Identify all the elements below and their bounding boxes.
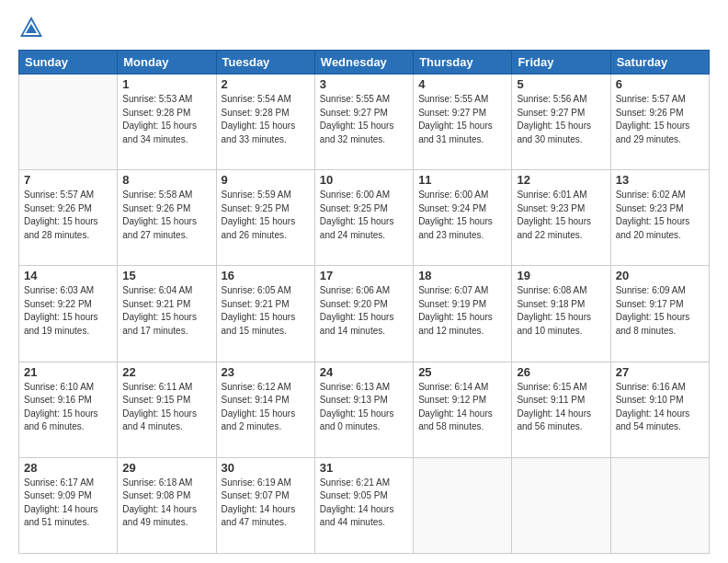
calendar-cell: 1Sunrise: 5:53 AM Sunset: 9:28 PM Daylig…	[118, 75, 216, 170]
day-number: 19	[517, 269, 605, 282]
day-info: Sunrise: 6:08 AM Sunset: 9:18 PM Dayligh…	[517, 284, 605, 338]
day-info: Sunrise: 6:06 AM Sunset: 9:20 PM Dayligh…	[320, 284, 408, 338]
day-info: Sunrise: 5:55 AM Sunset: 9:27 PM Dayligh…	[418, 93, 506, 146]
calendar-cell	[610, 457, 709, 553]
calendar-cell	[512, 457, 610, 553]
day-info: Sunrise: 5:57 AM Sunset: 9:26 PM Dayligh…	[24, 189, 112, 242]
calendar-cell: 21Sunrise: 6:10 AM Sunset: 9:16 PM Dayli…	[19, 362, 118, 457]
day-number: 6	[616, 77, 704, 91]
logo	[18, 15, 48, 40]
day-info: Sunrise: 6:15 AM Sunset: 9:11 PM Dayligh…	[517, 381, 605, 434]
calendar-cell: 13Sunrise: 6:02 AM Sunset: 9:23 PM Dayli…	[610, 170, 709, 266]
calendar-cell: 12Sunrise: 6:01 AM Sunset: 9:23 PM Dayli…	[512, 170, 610, 266]
day-number: 2	[222, 77, 310, 91]
calendar-cell: 7Sunrise: 5:57 AM Sunset: 9:26 PM Daylig…	[19, 170, 118, 266]
calendar-cell: 28Sunrise: 6:17 AM Sunset: 9:09 PM Dayli…	[19, 457, 118, 553]
col-header-tuesday: Tuesday	[216, 51, 314, 75]
day-number: 10	[320, 173, 408, 187]
calendar-cell: 24Sunrise: 6:13 AM Sunset: 9:13 PM Dayli…	[314, 362, 413, 457]
day-info: Sunrise: 6:13 AM Sunset: 9:13 PM Dayligh…	[320, 381, 408, 434]
day-number: 20	[616, 269, 704, 282]
day-number: 14	[24, 269, 112, 282]
calendar-cell: 17Sunrise: 6:06 AM Sunset: 9:20 PM Dayli…	[314, 266, 413, 362]
day-info: Sunrise: 6:17 AM Sunset: 9:09 PM Dayligh…	[24, 477, 112, 530]
calendar-cell: 30Sunrise: 6:19 AM Sunset: 9:07 PM Dayli…	[216, 457, 314, 553]
calendar-cell: 10Sunrise: 6:00 AM Sunset: 9:25 PM Dayli…	[314, 170, 413, 266]
day-info: Sunrise: 6:16 AM Sunset: 9:10 PM Dayligh…	[616, 381, 704, 434]
day-number: 11	[418, 173, 506, 187]
day-info: Sunrise: 6:14 AM Sunset: 9:12 PM Dayligh…	[418, 381, 506, 434]
week-row-2: 14Sunrise: 6:03 AM Sunset: 9:22 PM Dayli…	[19, 266, 710, 362]
calendar-cell: 4Sunrise: 5:55 AM Sunset: 9:27 PM Daylig…	[414, 75, 512, 170]
day-info: Sunrise: 6:09 AM Sunset: 9:17 PM Dayligh…	[616, 284, 704, 338]
day-info: Sunrise: 5:54 AM Sunset: 9:28 PM Dayligh…	[222, 93, 310, 146]
page: SundayMondayTuesdayWednesdayThursdayFrid…	[0, 0, 728, 563]
day-number: 26	[517, 365, 605, 379]
week-row-0: 1Sunrise: 5:53 AM Sunset: 9:28 PM Daylig…	[19, 75, 710, 170]
day-number: 7	[24, 173, 112, 187]
day-number: 12	[517, 173, 605, 187]
calendar-table: SundayMondayTuesdayWednesdayThursdayFrid…	[18, 50, 710, 554]
day-info: Sunrise: 6:03 AM Sunset: 9:22 PM Dayligh…	[24, 284, 112, 338]
week-row-3: 21Sunrise: 6:10 AM Sunset: 9:16 PM Dayli…	[19, 362, 710, 457]
week-row-1: 7Sunrise: 5:57 AM Sunset: 9:26 PM Daylig…	[19, 170, 710, 266]
calendar-cell: 18Sunrise: 6:07 AM Sunset: 9:19 PM Dayli…	[414, 266, 512, 362]
calendar-cell: 31Sunrise: 6:21 AM Sunset: 9:05 PM Dayli…	[314, 457, 413, 553]
day-number: 4	[418, 77, 506, 91]
day-number: 1	[122, 77, 210, 91]
day-number: 23	[222, 365, 310, 379]
day-number: 8	[122, 173, 210, 187]
calendar-cell	[19, 75, 118, 170]
col-header-monday: Monday	[118, 51, 216, 75]
day-number: 15	[122, 269, 210, 282]
logo-icon	[18, 15, 44, 40]
day-info: Sunrise: 5:55 AM Sunset: 9:27 PM Dayligh…	[320, 93, 408, 146]
day-number: 31	[320, 461, 408, 475]
calendar-cell: 9Sunrise: 5:59 AM Sunset: 9:25 PM Daylig…	[216, 170, 314, 266]
day-info: Sunrise: 5:58 AM Sunset: 9:26 PM Dayligh…	[122, 189, 210, 242]
day-number: 30	[222, 461, 310, 475]
day-info: Sunrise: 6:00 AM Sunset: 9:24 PM Dayligh…	[418, 189, 506, 242]
day-info: Sunrise: 6:12 AM Sunset: 9:14 PM Dayligh…	[222, 381, 310, 434]
calendar-cell	[414, 457, 512, 553]
calendar-cell: 6Sunrise: 5:57 AM Sunset: 9:26 PM Daylig…	[610, 75, 709, 170]
calendar-cell: 23Sunrise: 6:12 AM Sunset: 9:14 PM Dayli…	[216, 362, 314, 457]
col-header-sunday: Sunday	[19, 51, 118, 75]
day-info: Sunrise: 5:56 AM Sunset: 9:27 PM Dayligh…	[517, 93, 605, 146]
day-info: Sunrise: 6:21 AM Sunset: 9:05 PM Dayligh…	[320, 477, 408, 530]
calendar-cell: 2Sunrise: 5:54 AM Sunset: 9:28 PM Daylig…	[216, 75, 314, 170]
day-number: 29	[122, 461, 210, 475]
day-info: Sunrise: 6:11 AM Sunset: 9:15 PM Dayligh…	[122, 381, 210, 434]
day-number: 28	[24, 461, 112, 475]
week-row-4: 28Sunrise: 6:17 AM Sunset: 9:09 PM Dayli…	[19, 457, 710, 553]
calendar-cell: 29Sunrise: 6:18 AM Sunset: 9:08 PM Dayli…	[118, 457, 216, 553]
day-number: 27	[616, 365, 704, 379]
day-number: 18	[418, 269, 506, 282]
calendar-cell: 11Sunrise: 6:00 AM Sunset: 9:24 PM Dayli…	[414, 170, 512, 266]
calendar-cell: 27Sunrise: 6:16 AM Sunset: 9:10 PM Dayli…	[610, 362, 709, 457]
day-number: 24	[320, 365, 408, 379]
day-number: 16	[222, 269, 310, 282]
calendar-cell: 3Sunrise: 5:55 AM Sunset: 9:27 PM Daylig…	[314, 75, 413, 170]
day-info: Sunrise: 6:02 AM Sunset: 9:23 PM Dayligh…	[616, 189, 704, 242]
col-header-friday: Friday	[512, 51, 610, 75]
day-info: Sunrise: 6:10 AM Sunset: 9:16 PM Dayligh…	[24, 381, 112, 434]
day-number: 17	[320, 269, 408, 282]
day-info: Sunrise: 6:18 AM Sunset: 9:08 PM Dayligh…	[122, 477, 210, 530]
calendar-cell: 15Sunrise: 6:04 AM Sunset: 9:21 PM Dayli…	[118, 266, 216, 362]
day-number: 3	[320, 77, 408, 91]
header	[18, 15, 710, 40]
calendar-cell: 5Sunrise: 5:56 AM Sunset: 9:27 PM Daylig…	[512, 75, 610, 170]
calendar-cell: 8Sunrise: 5:58 AM Sunset: 9:26 PM Daylig…	[118, 170, 216, 266]
day-info: Sunrise: 5:57 AM Sunset: 9:26 PM Dayligh…	[616, 93, 704, 146]
day-number: 21	[24, 365, 112, 379]
col-header-thursday: Thursday	[414, 51, 512, 75]
calendar-cell: 16Sunrise: 6:05 AM Sunset: 9:21 PM Dayli…	[216, 266, 314, 362]
day-number: 9	[222, 173, 310, 187]
day-number: 22	[122, 365, 210, 379]
day-info: Sunrise: 5:53 AM Sunset: 9:28 PM Dayligh…	[122, 93, 210, 146]
day-info: Sunrise: 6:05 AM Sunset: 9:21 PM Dayligh…	[222, 284, 310, 338]
col-header-saturday: Saturday	[610, 51, 709, 75]
calendar-cell: 14Sunrise: 6:03 AM Sunset: 9:22 PM Dayli…	[19, 266, 118, 362]
day-info: Sunrise: 6:04 AM Sunset: 9:21 PM Dayligh…	[122, 284, 210, 338]
